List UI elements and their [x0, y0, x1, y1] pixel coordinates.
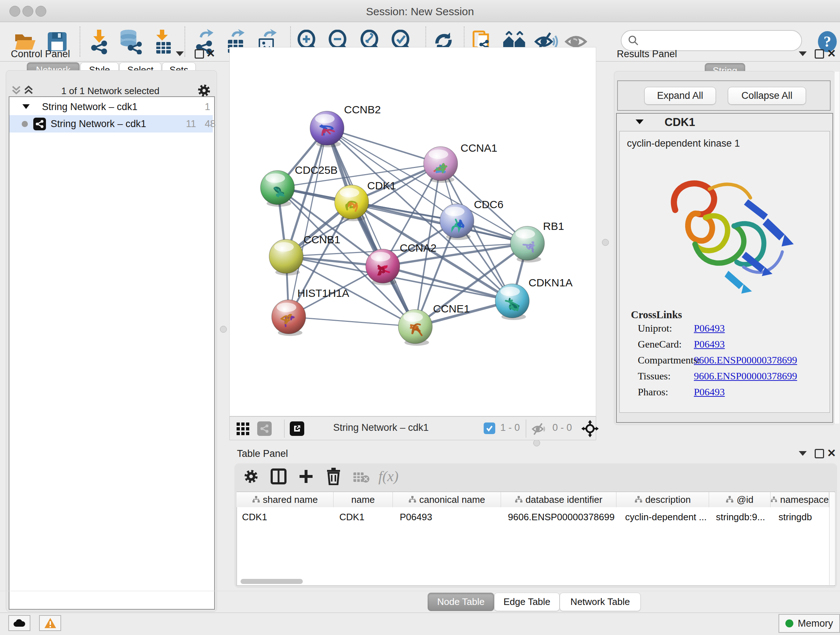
network-row-selected[interactable]: String Network – cdk1 11 48	[9, 115, 213, 133]
crosslink-label: Tissues:	[638, 371, 671, 382]
delete-column-icon[interactable]	[325, 468, 341, 485]
selected-nodes-checkbox[interactable]	[484, 423, 495, 434]
column-header-database-identifier[interactable]: database identifier	[501, 492, 616, 507]
bottom-splitter-handle[interactable]	[533, 440, 540, 447]
network-edge[interactable]	[289, 317, 415, 326]
table-cell[interactable]: P06493	[400, 511, 432, 523]
birds-eye-toggle-icon[interactable]	[581, 420, 599, 437]
open-in-window-icon[interactable]	[290, 421, 304, 436]
network-node[interactable]	[261, 171, 294, 207]
table-cell[interactable]: cyclin-dependent ...	[625, 511, 706, 523]
column-header-canonical-name[interactable]: canonical name	[393, 492, 501, 507]
results-scroll-gutter[interactable]	[835, 72, 839, 424]
node-label: CCNB2	[344, 103, 381, 116]
network-view-title: String Network – cdk1	[333, 422, 429, 433]
network-canvas[interactable]: CCNB2CCNA1CDC25BCDK1CDC6RB1CCNB1CCNA2CDK…	[229, 47, 596, 416]
network-node[interactable]	[424, 147, 458, 183]
column-header-description[interactable]: description	[616, 492, 709, 507]
table-panel-close-icon[interactable]: ✕	[827, 447, 836, 459]
node-label: CCNA1	[461, 142, 497, 154]
network-node[interactable]	[272, 300, 306, 336]
import-network-from-file-icon[interactable]	[86, 29, 112, 55]
column-header-label: name	[351, 494, 375, 505]
network-node[interactable]	[440, 204, 474, 240]
node-label: CDC25B	[295, 164, 338, 176]
gene-name: CDK1	[665, 116, 695, 129]
tab-network-table[interactable]: Network Table	[560, 593, 641, 611]
table-horizontal-scrollbar[interactable]	[240, 579, 303, 584]
network-node[interactable]	[495, 284, 529, 320]
control-panel-float-icon[interactable]	[195, 49, 204, 59]
network-collection-label: String Network – cdk1	[42, 101, 137, 112]
network-node[interactable]	[335, 185, 369, 221]
tab-node-table[interactable]: Node Table	[428, 593, 494, 611]
column-header-shared-name[interactable]: shared name	[237, 492, 333, 507]
warning-icon	[44, 618, 57, 629]
column-header-namespace[interactable]: namespace	[771, 492, 829, 507]
table-vertical-scrollbar[interactable]	[829, 492, 835, 585]
table-cell[interactable]: stringdb	[778, 511, 812, 523]
gene-section-expander-icon[interactable]	[636, 119, 644, 125]
create-column-icon[interactable]	[298, 469, 314, 485]
collapse-all-networks-icon[interactable]	[11, 85, 22, 96]
table-cell[interactable]: stringdb:9...	[716, 511, 765, 523]
status-bar: Memory	[0, 613, 840, 635]
memory-status-dot	[785, 619, 793, 627]
import-network-from-database-icon[interactable]	[117, 29, 143, 55]
left-splitter-handle[interactable]	[220, 326, 227, 333]
memory-button[interactable]: Memory	[778, 614, 840, 633]
table-panel-float-icon[interactable]	[815, 449, 824, 458]
network-node[interactable]	[510, 226, 545, 263]
tab-edge-table[interactable]: Edge Table	[494, 593, 560, 611]
function-builder-icon[interactable]: f(x)	[378, 468, 399, 485]
search-input[interactable]	[639, 35, 792, 47]
cloud-button[interactable]	[8, 615, 30, 631]
toolbar-search-box[interactable]	[621, 30, 802, 51]
control-panel-title: Control Panel	[11, 49, 70, 60]
gene-detail-panel: cyclin-dependent kinase 1 CrossLinks Uni…	[619, 131, 830, 413]
table-options-gear-icon[interactable]	[243, 469, 259, 485]
show-columns-icon[interactable]	[271, 469, 286, 485]
grid-view-icon[interactable]	[236, 422, 250, 436]
expand-all-button[interactable]: Expand All	[644, 87, 716, 105]
hidden-items-icon[interactable]	[531, 423, 548, 435]
column-header-@id[interactable]: @id	[709, 492, 771, 507]
tree-expander-icon[interactable]	[22, 104, 30, 109]
gene-section-header[interactable]: CDK1	[617, 114, 832, 130]
table-cell[interactable]: CDK1	[339, 511, 364, 523]
network-collection-row[interactable]: String Network – cdk1 1	[9, 98, 213, 115]
right-splitter-handle[interactable]	[602, 239, 609, 246]
table-panel-collapse-icon[interactable]	[799, 451, 807, 456]
crosslink-value-link[interactable]: 9606.ENSP00000378699	[694, 355, 797, 366]
column-header-name[interactable]: name	[333, 492, 393, 507]
network-status-dot	[22, 121, 28, 127]
results-panel-float-icon[interactable]	[815, 49, 824, 59]
collapse-all-button[interactable]: Collapse All	[728, 87, 806, 105]
hidden-counts: 0 - 0	[553, 422, 572, 433]
memory-label: Memory	[798, 618, 833, 629]
network-node[interactable]	[398, 310, 432, 346]
table-cell[interactable]: CDK1	[242, 511, 267, 523]
delete-table-icon[interactable]	[353, 471, 370, 483]
window-title: Session: New Session	[0, 5, 840, 18]
crosslink-value-link[interactable]: P06493	[694, 386, 725, 398]
network-node-count: 11	[186, 119, 196, 130]
crosslink-label: Compartments:	[638, 355, 700, 366]
results-panel-collapse-icon[interactable]	[799, 51, 807, 57]
table-cell[interactable]: 9606.ENSP00000378699	[508, 511, 615, 523]
network-edge[interactable]	[327, 128, 441, 164]
node-table[interactable]: shared namenamecanonical namedatabase id…	[237, 492, 835, 586]
crosslink-value-link[interactable]: P06493	[694, 323, 725, 334]
node-label: CCNA2	[400, 242, 437, 254]
warnings-button[interactable]	[39, 615, 61, 631]
import-table-from-file-icon[interactable]	[149, 29, 175, 55]
expand-all-networks-icon[interactable]	[23, 85, 34, 96]
control-panel-collapse-icon[interactable]	[176, 51, 184, 57]
crosslink-value-link[interactable]: P06493	[694, 339, 725, 350]
selected-counts: 1 - 0	[500, 422, 520, 433]
network-share-view-icon[interactable]	[257, 421, 272, 436]
results-panel-close-icon[interactable]: ✕	[827, 47, 836, 60]
network-options-gear-icon[interactable]	[197, 83, 211, 98]
control-panel-close-icon[interactable]: ✕	[206, 47, 215, 60]
crosslink-value-link[interactable]: 9606.ENSP00000378699	[694, 371, 797, 382]
